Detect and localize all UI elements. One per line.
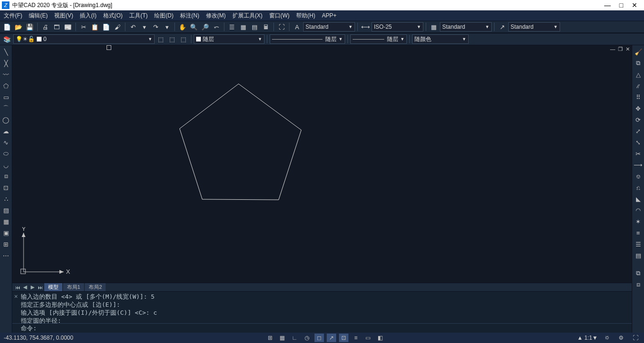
align-icon[interactable]: ≡ (634, 228, 643, 237)
mleader-style-icon[interactable]: ↗ (497, 22, 507, 32)
ellipse-icon[interactable]: ⬭ (1, 149, 11, 158)
menu-view[interactable]: 视图(V) (54, 12, 73, 20)
toolpalette-icon[interactable]: ▤ (249, 22, 260, 32)
maximize-icon[interactable]: □ (619, 1, 623, 9)
design-center-icon[interactable]: ▦ (238, 22, 248, 32)
circle-icon[interactable]: ◯ (1, 115, 11, 124)
draworder-icon[interactable]: ▤ (634, 251, 643, 260)
workspace-icon[interactable]: ⚙ (617, 334, 626, 342)
close-icon[interactable]: ✕ (632, 1, 637, 9)
snap-icon[interactable]: ⊞ (265, 334, 275, 342)
xline-icon[interactable]: ╳ (1, 58, 11, 68)
insert-block-icon[interactable]: ⧈ (1, 172, 11, 181)
cut-icon[interactable]: ✂ (78, 22, 89, 32)
table-style-icon[interactable]: ▦ (429, 22, 439, 32)
properties-icon[interactable]: ☰ (227, 22, 237, 32)
command-close-icon[interactable]: ✕ (14, 293, 18, 300)
polygon-icon[interactable]: ⬠ (1, 81, 11, 90)
print-icon[interactable]: 🖨 (40, 22, 50, 32)
color-dropdown[interactable]: 随层 ▼ (194, 34, 264, 44)
tab-layout2[interactable]: 布局2 (85, 283, 106, 291)
command-history[interactable]: 输入边的数目 <4> 或 [多个(M)/线宽(W)]: 5 指定正多边形的中心点… (12, 292, 632, 323)
text-style-dropdown[interactable]: Standard ▼ (303, 22, 355, 32)
menu-appplus[interactable]: APP+ (322, 12, 337, 19)
explode-icon[interactable]: ✶ (634, 217, 643, 226)
layer-iso-icon[interactable]: ⬚ (167, 34, 177, 44)
redo-arrow-icon[interactable]: ▾ (162, 22, 172, 32)
publish-icon[interactable]: 📰 (63, 22, 73, 32)
menu-modify[interactable]: 修改(M) (206, 12, 226, 20)
menu-window[interactable]: 窗口(W) (269, 12, 289, 20)
status-coords[interactable]: -43.1130, 754.3687, 0.0000 (4, 335, 73, 341)
layer-prev-icon[interactable]: ⬚ (156, 34, 166, 44)
pan-icon[interactable]: ✋ (177, 22, 188, 32)
paste-icon[interactable]: 📄 (101, 22, 111, 32)
lwt-icon[interactable]: ≡ (351, 334, 361, 342)
plotstyle-dropdown[interactable]: 随颜色 ▼ (412, 34, 469, 44)
open-icon[interactable]: 📂 (13, 22, 24, 32)
menu-format[interactable]: 格式(O) (103, 12, 123, 20)
offset-icon[interactable]: ⫽ (634, 81, 643, 90)
extend-icon[interactable]: ⟶ (634, 160, 643, 170)
tab-model[interactable]: 模型 (44, 283, 62, 291)
spline-icon[interactable]: ∿ (1, 138, 11, 147)
undo-arrow-icon[interactable]: ▾ (139, 22, 149, 32)
rectangle-icon[interactable]: ▭ (1, 92, 11, 102)
menu-help[interactable]: 帮助(H) (296, 12, 315, 20)
mtext-icon[interactable]: ⋯ (1, 251, 11, 260)
table-icon[interactable]: ⊞ (1, 239, 11, 249)
menu-draw[interactable]: 绘图(D) (154, 12, 173, 20)
gradient-icon[interactable]: ▦ (1, 217, 11, 226)
copy-icon[interactable]: 📋 (90, 22, 100, 32)
grid-icon[interactable]: ▦ (278, 334, 287, 342)
command-input[interactable] (39, 325, 629, 332)
cleanscreen-icon[interactable]: ⛶ (276, 22, 287, 32)
linetype-dropdown[interactable]: 随层 ▼ (270, 34, 345, 44)
scale-icon[interactable]: ⤢ (634, 126, 643, 136)
move-icon[interactable]: ✥ (634, 104, 643, 113)
undo-icon[interactable]: ↶ (128, 22, 138, 32)
qp-icon[interactable]: ◧ (376, 334, 385, 342)
calculator-icon[interactable]: 🖩 (261, 22, 271, 32)
revcloud-icon[interactable]: ☁ (1, 126, 11, 136)
menu-insert[interactable]: 插入(I) (80, 12, 96, 20)
otrack-icon[interactable]: ↗ (327, 334, 336, 342)
region-icon[interactable]: ▣ (1, 228, 11, 237)
redo-icon[interactable]: ↷ (150, 22, 161, 32)
mleader-style-dropdown[interactable]: Standard ▼ (508, 22, 560, 32)
point-icon[interactable]: ∴ (1, 194, 11, 204)
preview-icon[interactable]: 🗔 (51, 22, 62, 32)
ungroup-icon[interactable]: ⧈ (634, 280, 643, 289)
dyn-icon[interactable]: ⊡ (339, 334, 348, 342)
table-style-dropdown[interactable]: Standard ▼ (440, 22, 492, 32)
layer-states-icon[interactable]: ⬚ (178, 34, 189, 44)
zoom-realtime-icon[interactable]: 🔍 (189, 22, 199, 32)
menu-tools[interactable]: 工具(T) (129, 12, 148, 20)
ortho-icon[interactable]: ∟ (290, 334, 299, 342)
layer-manager-icon[interactable]: 📚 (2, 34, 12, 44)
polar-icon[interactable]: ◷ (302, 334, 312, 342)
annoscale-icon[interactable]: ▲ 1:1▼ (577, 335, 598, 341)
zoom-window-icon[interactable]: 🔎 (200, 22, 210, 32)
dim-style-icon[interactable]: ⟷ (360, 22, 371, 32)
menu-edit[interactable]: 编辑(E) (29, 12, 48, 20)
model-icon[interactable]: ▭ (363, 334, 373, 342)
layer-dropdown[interactable]: 💡 ☀ 🔓 0 ▼ (13, 34, 155, 44)
lineweight-dropdown[interactable]: 随层 ▼ (350, 34, 407, 44)
drawing-canvas[interactable]: — ❐ ✕ X Y (12, 45, 632, 283)
save-icon[interactable]: 💾 (25, 22, 35, 32)
minimize-icon[interactable]: — (604, 1, 611, 9)
zoom-prev-icon[interactable]: ⤺ (211, 22, 222, 32)
tab-last-icon[interactable]: ⏭ (37, 285, 43, 290)
menu-ext[interactable]: 扩展工具(X) (232, 12, 263, 20)
rotate-icon[interactable]: ⟳ (634, 115, 643, 124)
join-icon[interactable]: ⎌ (634, 183, 643, 192)
chamfer-icon[interactable]: ◣ (634, 194, 643, 204)
polyline-icon[interactable]: 〰 (1, 70, 11, 79)
trim-icon[interactable]: ✂ (634, 149, 643, 158)
stretch-icon[interactable]: ⤡ (634, 138, 643, 147)
menu-dim[interactable]: 标注(N) (180, 12, 199, 20)
tab-first-icon[interactable]: ⏮ (14, 285, 21, 290)
text-style-icon[interactable]: A (292, 22, 302, 32)
matchprop-icon[interactable]: 🖌 (112, 22, 123, 32)
